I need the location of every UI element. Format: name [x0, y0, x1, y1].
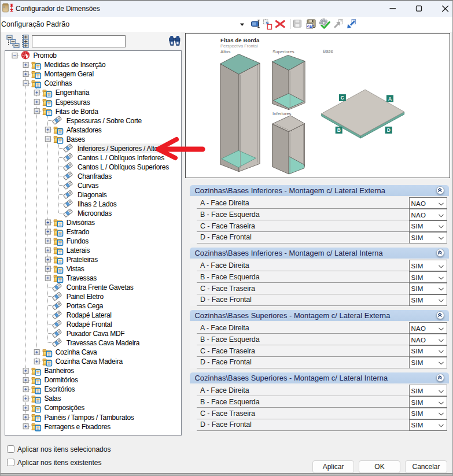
svg-text:Escritórios: Escritórios — [45, 385, 75, 393]
svg-text:Inferiores / Superiores / Alto: Inferiores / Superiores / Altos — [78, 145, 161, 153]
svg-text:Cantos L / Oblíquos Inferiores: Cantos L / Oblíquos Inferiores — [78, 154, 164, 162]
svg-text:Espessuras: Espessuras — [56, 98, 90, 106]
svg-text:Superiores: Superiores — [272, 49, 294, 54]
svg-text:C: C — [341, 95, 344, 101]
svg-text:D: D — [387, 127, 391, 133]
svg-text:Banheiros: Banheiros — [45, 367, 75, 375]
svg-text:Cozinha Cava: Cozinha Cava — [56, 348, 97, 356]
svg-text:Chanfradas: Chanfradas — [78, 172, 112, 180]
svg-text:Travessas: Travessas — [67, 274, 97, 282]
svg-text:Travessas Cava Madeira: Travessas Cava Madeira — [67, 339, 140, 347]
svg-text:Painel Eletro: Painel Eletro — [67, 293, 104, 301]
svg-text:Base: Base — [323, 49, 333, 54]
svg-text:Fitas de Borda: Fitas de Borda — [56, 108, 98, 116]
svg-text:Rodapé Lateral: Rodapé Lateral — [67, 311, 112, 319]
svg-text:Ilhas 2 Lados: Ilhas 2 Lados — [78, 200, 117, 208]
svg-text:Divisórias: Divisórias — [67, 219, 95, 227]
svg-text:Fundos: Fundos — [67, 237, 89, 245]
svg-text:A: A — [388, 96, 392, 102]
svg-text:Salas: Salas — [45, 394, 61, 403]
svg-text:Composições: Composições — [45, 404, 85, 412]
svg-text:Altos: Altos — [220, 49, 230, 54]
svg-text:B: B — [337, 127, 341, 133]
svg-text:Laterais: Laterais — [67, 246, 90, 254]
svg-text:Medidas de Inserção: Medidas de Inserção — [45, 61, 106, 69]
svg-text:Vistas: Vistas — [67, 265, 84, 273]
svg-text:Diagonais: Diagonais — [78, 191, 107, 199]
svg-text:Rodapé Frontal: Rodapé Frontal — [67, 320, 112, 329]
svg-text:Espessuras / Sobre Corte: Espessuras / Sobre Corte — [67, 117, 142, 125]
svg-text:Inferiores: Inferiores — [272, 111, 292, 116]
svg-text:Puxador Cava MDF: Puxador Cava MDF — [67, 330, 125, 338]
svg-text:Painéis / Tampos / Tamburatos: Painéis / Tampos / Tamburatos — [45, 414, 134, 422]
svg-text:Contra Frente Gavetas: Contra Frente Gavetas — [67, 283, 134, 291]
svg-text:Cozinhas: Cozinhas — [45, 79, 72, 87]
svg-text:Fitas de Borda: Fitas de Borda — [220, 37, 260, 43]
svg-text:Engenharia: Engenharia — [56, 88, 90, 97]
svg-text:Perspectiva Frontal: Perspectiva Frontal — [220, 43, 258, 49]
svg-text:Cantos L / Oblíquos Superiores: Cantos L / Oblíquos Superiores — [78, 163, 169, 171]
svg-text:Prateleiras: Prateleiras — [67, 256, 98, 264]
svg-text:Portas Cega: Portas Cega — [67, 302, 104, 310]
svg-text:Cozinha Cava Madeira: Cozinha Cava Madeira — [56, 357, 123, 366]
svg-text:Dormitórios: Dormitórios — [45, 376, 78, 384]
svg-text:Ferragens e Fixadores: Ferragens e Fixadores — [45, 423, 111, 431]
svg-text:Montagem Geral: Montagem Geral — [45, 70, 94, 78]
svg-text:Afastadores: Afastadores — [67, 126, 102, 134]
svg-text:Promob: Promob — [34, 51, 57, 60]
svg-text:Estrado: Estrado — [67, 228, 90, 236]
svg-text:Microondas: Microondas — [78, 209, 112, 217]
svg-text:Bases: Bases — [67, 135, 85, 143]
svg-text:<a=: <a= — [307, 24, 315, 29]
svg-text:Curvas: Curvas — [78, 182, 99, 190]
